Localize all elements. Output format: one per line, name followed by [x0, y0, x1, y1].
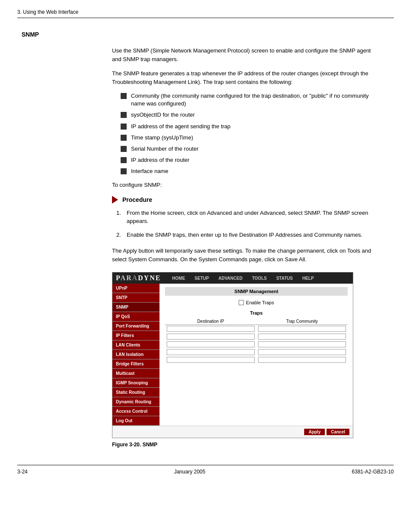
trap-community-input-4[interactable]	[258, 349, 346, 355]
traps-section: Traps Destination IP Trap Community	[165, 310, 348, 364]
sidebar-item-ipfilters[interactable]: IP Filters	[112, 331, 159, 340]
table-row	[165, 348, 348, 356]
nav-setup[interactable]: SETUP	[190, 275, 213, 282]
nav-tools[interactable]: TOOLS	[248, 275, 271, 282]
nav-home[interactable]: HOME	[168, 275, 190, 282]
enable-traps-checkbox[interactable]	[239, 300, 244, 305]
trap-community-input-3[interactable]	[258, 341, 346, 347]
sidebar-item-lanclients[interactable]: LAN Clients	[112, 340, 159, 350]
sidebar-item-upnp[interactable]: UPnP	[112, 284, 159, 293]
sidebar-item-multicast[interactable]: Multicast	[112, 369, 159, 378]
sidebar-item-sntp[interactable]: SNTP	[112, 293, 159, 303]
traps-title: Traps	[165, 310, 348, 315]
destination-ip-input-4[interactable]	[167, 349, 255, 355]
step-2: 2. Enable the SNMP traps, then enter up …	[116, 231, 377, 239]
nav-advanced[interactable]: ADVANCED	[214, 275, 247, 282]
list-item: IP address of the agent sending the trap	[121, 123, 377, 130]
list-item: IP address of the router	[121, 156, 377, 164]
sidebar-item-igmpsnooping[interactable]: IGMP Snooping	[112, 378, 159, 388]
apply-note: The Apply button will temporarily save t…	[112, 247, 377, 263]
list-item: Interface name	[121, 167, 377, 175]
steps-list: 1. From the Home screen, click on Advanc…	[116, 209, 377, 239]
destination-ip-input-1[interactable]	[167, 326, 255, 332]
table-row	[165, 325, 348, 333]
figure-caption: Figure 3-20. SNMP	[112, 442, 377, 448]
sidebar-item-dynamicrouting[interactable]: Dynamic Routing	[112, 397, 159, 407]
router-navbar: PARADYNE HOME SETUP ADVANCED TOOLS STATU…	[112, 272, 353, 284]
section-title: SNMP	[22, 31, 394, 38]
router-logo: PARADYNE	[116, 274, 161, 282]
bullet-icon	[121, 112, 127, 118]
destination-ip-input-3[interactable]	[167, 341, 255, 347]
list-item: Time stamp (sysUpTime)	[121, 134, 377, 142]
breadcrumb: 3. Using the Web Interface	[17, 9, 78, 15]
page-number: 3-24	[17, 469, 28, 475]
intro-paragraph-1: Use the SNMP (Simple Network Management …	[112, 46, 377, 63]
sidebar-item-snmp[interactable]: SNMP	[112, 303, 159, 312]
sidebar-item-bridgefilters[interactable]: Bridge Filters	[112, 359, 159, 369]
router-body: UPnP SNTP SNMP IP QoS Port Forwarding IP…	[112, 284, 353, 426]
list-item: Serial Number of the router	[121, 145, 377, 153]
nav-help[interactable]: HELP	[298, 275, 318, 282]
nav-status[interactable]: STATUS	[272, 275, 297, 282]
table-row	[165, 356, 348, 364]
table-row	[165, 340, 348, 348]
bullet-icon	[121, 168, 127, 174]
trap-community-input-2[interactable]	[258, 334, 346, 340]
step-1: 1. From the Home screen, click on Advanc…	[116, 209, 377, 226]
cancel-button[interactable]: Cancel	[327, 429, 349, 435]
trap-community-input-1[interactable]	[258, 326, 346, 332]
sidebar-item-portforwarding[interactable]: Port Forwarding	[112, 322, 159, 331]
router-main-content: SNMP Management Enable Traps Traps Desti…	[160, 284, 353, 426]
footer-doc-number: 6381-A2-GB23-10	[352, 469, 394, 475]
bullet-list: Community (the community name configured…	[121, 92, 377, 176]
trap-community-input-5[interactable]	[258, 357, 346, 363]
apply-button[interactable]: Apply	[304, 429, 325, 435]
list-item: Community (the community name configured…	[121, 92, 377, 108]
router-ui-screenshot: PARADYNE HOME SETUP ADVANCED TOOLS STATU…	[112, 272, 353, 438]
destination-ip-input-2[interactable]	[167, 334, 255, 340]
bullet-icon	[121, 146, 127, 152]
trap-community-header: Trap Community	[256, 318, 348, 325]
snmp-management-title: SNMP Management	[165, 287, 348, 296]
router-footer: Apply Cancel	[112, 426, 353, 438]
sidebar-item-accesscontrol[interactable]: Access Control	[112, 407, 159, 416]
procedure-arrow-icon	[112, 196, 118, 204]
bullet-icon	[121, 124, 127, 130]
enable-traps-label: Enable Traps	[246, 300, 274, 305]
bullet-icon	[121, 157, 127, 163]
sidebar-item-lanisolation[interactable]: LAN Isolation	[112, 350, 159, 359]
sidebar-item-logout[interactable]: Log Out	[112, 416, 159, 426]
router-sidebar: UPnP SNTP SNMP IP QoS Port Forwarding IP…	[112, 284, 160, 426]
nav-items: HOME SETUP ADVANCED TOOLS STATUS HELP	[168, 275, 318, 282]
bullet-icon	[121, 135, 127, 141]
procedure-label: Procedure	[122, 196, 152, 203]
to-configure-text: To configure SNMP:	[112, 182, 377, 188]
destination-ip-input-5[interactable]	[167, 357, 255, 363]
footer-date: January 2005	[174, 469, 206, 475]
list-item: sysObjectID for the router	[121, 111, 377, 119]
sidebar-item-ipqos[interactable]: IP QoS	[112, 312, 159, 322]
page-footer: 3-24 January 2005 6381-A2-GB23-10	[17, 465, 394, 475]
bullet-icon	[121, 93, 127, 99]
procedure-header: Procedure	[112, 196, 377, 204]
enable-traps-row: Enable Traps	[165, 300, 348, 305]
table-row	[165, 333, 348, 340]
sidebar-item-staticrouting[interactable]: Static Routing	[112, 388, 159, 397]
intro-paragraph-2: The SNMP feature generates a trap whenev…	[112, 69, 377, 86]
traps-table: Destination IP Trap Community	[165, 318, 348, 364]
destination-ip-header: Destination IP	[165, 318, 256, 325]
